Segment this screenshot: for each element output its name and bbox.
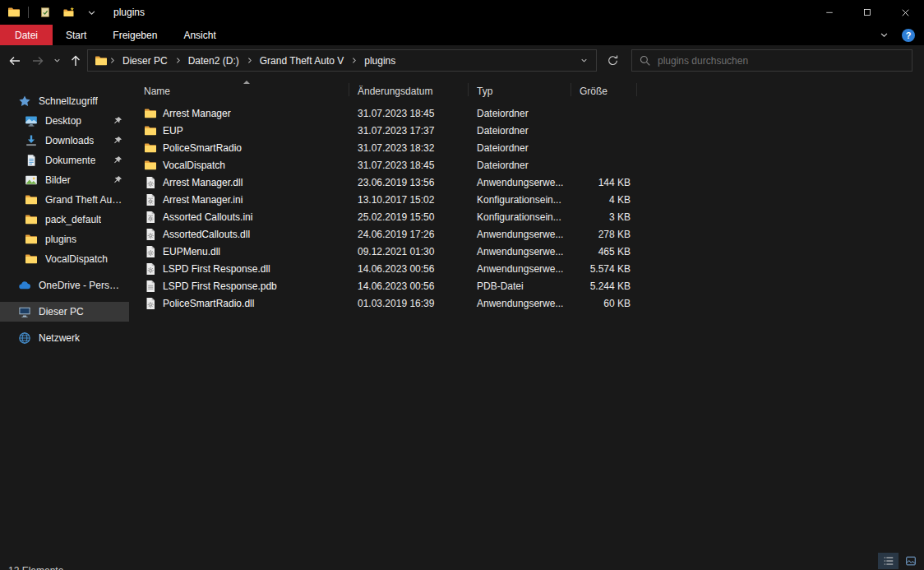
minimize-icon — [825, 8, 834, 16]
chevron-down-icon — [87, 8, 96, 17]
sidebar-item-netzwerk[interactable]: Netzwerk — [0, 328, 129, 348]
file-row-policesmartradio[interactable]: PoliceSmartRadio31.07.2023 18:32Dateiord… — [129, 139, 924, 156]
file-row-assorted-callouts-ini[interactable]: Assorted Callouts.ini25.02.2019 15:50Kon… — [129, 208, 924, 225]
file-row-lspd-first-response-pdb[interactable]: LSPD First Response.pdb14.06.2023 00:56P… — [129, 277, 924, 294]
breadcrumb-segment-grand-theft-auto-v[interactable]: Grand Theft Auto V — [254, 55, 350, 67]
file-type: Konfigurationsein... — [469, 194, 571, 206]
forward-arrow-icon — [31, 54, 44, 67]
file-date: 14.06.2023 00:56 — [349, 280, 469, 292]
file-date: 31.07.2023 18:32 — [349, 142, 469, 154]
qat-customize-button[interactable] — [82, 2, 100, 22]
sidebar-item-label: Grand Theft Auto V — [45, 194, 124, 206]
main-pane: NameÄnderungsdatumTypGröße Arrest Manage… — [129, 76, 924, 552]
tab-start[interactable]: Start — [53, 25, 99, 45]
help-button[interactable]: ? — [899, 26, 917, 44]
file-row-policesmartradio-dll[interactable]: PoliceSmartRadio.dll01.03.2019 16:39Anwe… — [129, 294, 924, 312]
star-icon — [18, 95, 31, 108]
sidebar-item-onedrive-personal[interactable]: OneDrive - Personal — [0, 276, 129, 295]
details-view-icon — [883, 555, 894, 567]
search-input[interactable] — [658, 55, 905, 67]
sidebar-item-pack-default[interactable]: pack_default — [0, 210, 129, 229]
column-header-label: Name — [144, 86, 170, 97]
recent-locations-button[interactable] — [49, 49, 64, 73]
sidebar-item-bilder[interactable]: Bilder — [0, 170, 129, 190]
file-row-arrest-manager-dll[interactable]: Arrest Manager.dll23.06.2019 13:56Anwend… — [129, 174, 924, 191]
sort-ascending-icon — [243, 81, 250, 84]
ribbon-tabs: DateiStartFreigebenAnsicht — [0, 25, 229, 45]
new-folder-icon — [62, 7, 75, 19]
folder-icon — [144, 107, 157, 120]
close-button[interactable] — [886, 0, 924, 25]
column-headers: NameÄnderungsdatumTypGröße — [129, 81, 924, 99]
breadcrumb-segment-daten2-d[interactable]: Daten2 (D:) — [182, 55, 245, 67]
file-type: Anwendungserwe... — [469, 298, 571, 309]
refresh-button[interactable] — [600, 49, 625, 73]
sidebar-item-label: VocalDispatch — [45, 253, 108, 265]
chevron-down-icon — [53, 57, 61, 64]
breadcrumb-bar[interactable]: Dieser PCDaten2 (D:)Grand Theft Auto Vpl… — [87, 49, 597, 72]
column-header-size[interactable]: Größe — [571, 81, 637, 99]
sidebar-item-grand-theft-auto-v[interactable]: Grand Theft Auto V — [0, 190, 129, 210]
maximize-button[interactable] — [848, 0, 886, 25]
sidebar-item-label: Dieser PC — [39, 306, 84, 317]
pdb-icon — [144, 280, 157, 293]
column-header-type[interactable]: Typ — [469, 81, 571, 99]
minimize-button[interactable] — [811, 0, 848, 25]
file-row-vocaldispatch[interactable]: VocalDispatch31.07.2023 18:45Dateiordner — [129, 156, 924, 174]
chevron-down-icon — [880, 30, 889, 39]
details-view-button[interactable] — [878, 553, 899, 569]
chevright-icon — [174, 57, 182, 64]
file-type: Dateiordner — [469, 142, 571, 154]
downloads-icon — [25, 134, 38, 147]
file-name-cell: LSPD First Response.pdb — [144, 280, 349, 293]
file-size: 5.574 KB — [571, 263, 637, 275]
back-button[interactable] — [3, 49, 26, 73]
sidebar-item-dieser-pc[interactable]: Dieser PC — [0, 302, 129, 322]
file-row-arrest-manager-ini[interactable]: Arrest Manager.ini13.10.2017 15:02Konfig… — [129, 191, 924, 208]
cloud-icon — [18, 279, 31, 292]
breadcrumb-segment-plugins[interactable]: plugins — [358, 55, 401, 67]
refresh-icon — [607, 54, 619, 67]
column-header-name[interactable]: Name — [144, 81, 349, 99]
folder-icon — [144, 159, 157, 172]
file-row-lspd-first-response-dll[interactable]: LSPD First Response.dll14.06.2023 00:56A… — [129, 260, 924, 277]
address-dropdown-button[interactable] — [575, 50, 593, 71]
breadcrumb-segment-dieser-pc[interactable]: Dieser PC — [117, 55, 173, 67]
qat-new-folder-button[interactable] — [59, 2, 77, 22]
forward-button[interactable] — [26, 49, 49, 73]
help-icon: ? — [902, 29, 915, 42]
titlebar: plugins — [0, 0, 924, 25]
file-date: 31.07.2023 18:45 — [349, 160, 469, 171]
tab-datei[interactable]: Datei — [0, 25, 53, 45]
sidebar-item-schnellzugriff[interactable]: Schnellzugriff — [0, 91, 129, 111]
up-arrow-icon — [69, 54, 82, 67]
sidebar-item-dokumente[interactable]: Dokumente — [0, 151, 129, 170]
tab-freigeben[interactable]: Freigeben — [99, 25, 170, 45]
sidebar-item-label: Downloads — [45, 135, 94, 146]
file-row-assortedcallouts-dll[interactable]: AssortedCallouts.dll24.06.2019 17:26Anwe… — [129, 225, 924, 243]
column-header-date[interactable]: Änderungsdatum — [349, 81, 469, 99]
file-size: 60 KB — [571, 298, 637, 309]
thumbnails-view-button[interactable] — [900, 553, 921, 569]
file-name-cell: Arrest Manager.ini — [144, 193, 349, 206]
sidebar-item-vocaldispatch[interactable]: VocalDispatch — [0, 249, 129, 269]
sidebar-item-plugins[interactable]: plugins — [0, 229, 129, 249]
sidebar-item-desktop[interactable]: Desktop — [0, 111, 129, 131]
qat-properties-button[interactable] — [36, 2, 54, 22]
file-type: Dateiordner — [469, 108, 571, 119]
up-button[interactable] — [64, 49, 87, 73]
sidebar-item-label: pack_default — [45, 214, 101, 225]
back-arrow-icon — [8, 54, 21, 67]
dll-icon — [144, 176, 157, 189]
file-row-arrest-manager[interactable]: Arrest Manager31.07.2023 18:45Dateiordne… — [129, 104, 924, 122]
file-row-eup[interactable]: EUP31.07.2023 17:37Dateiordner — [129, 122, 924, 139]
folder-icon — [25, 213, 38, 226]
file-date: 09.12.2021 01:30 — [349, 246, 469, 257]
file-name: LSPD First Response.dll — [163, 263, 270, 275]
tab-ansicht[interactable]: Ansicht — [170, 25, 229, 45]
file-row-eupmenu-dll[interactable]: EUPMenu.dll09.12.2021 01:30Anwendungserw… — [129, 243, 924, 260]
expand-ribbon-button[interactable] — [875, 26, 893, 44]
file-list: Arrest Manager31.07.2023 18:45Dateiordne… — [129, 104, 924, 312]
sidebar-item-downloads[interactable]: Downloads — [0, 131, 129, 151]
sidebar-group-gap — [0, 322, 129, 328]
